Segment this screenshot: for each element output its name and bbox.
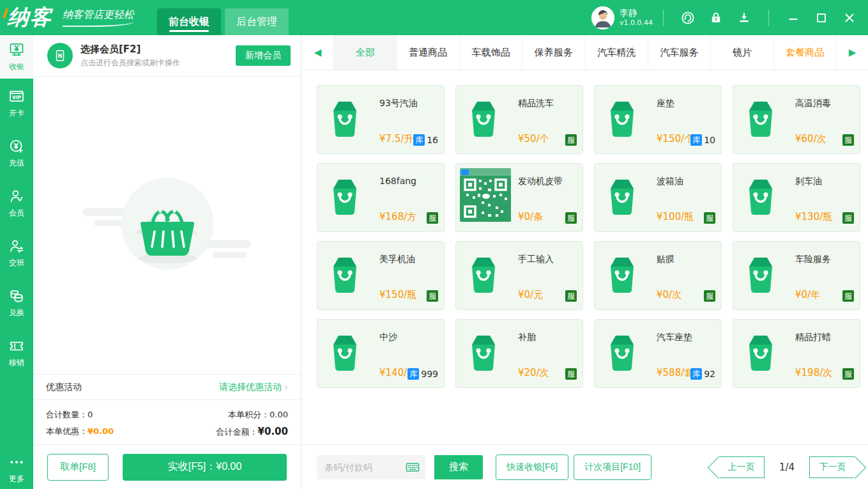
product-price: ¥0/年 <box>795 289 820 301</box>
order-totals: 合计数量：0 本单积分：0.00 本单优惠：¥0.00 合计金额：¥0.00 <box>33 400 301 444</box>
category-tab-2[interactable]: 车载饰品 <box>460 35 522 70</box>
service-badge: 服 <box>704 212 715 224</box>
product-card[interactable]: 座垫 ¥150/个 库 10 <box>594 85 722 154</box>
shopping-bag-icon <box>744 178 777 216</box>
select-member-subtitle: 点击进行会员搜索或刷卡操作 <box>80 58 180 68</box>
sidebar-item-more[interactable]: 更多 <box>0 449 33 489</box>
tab-front-cashier[interactable]: 前台收银 <box>157 8 221 35</box>
quick-cashier-button[interactable]: 快速收银[F6] <box>496 454 568 480</box>
sidebar-item-open-card[interactable]: VIP 开卡 <box>0 79 33 128</box>
product-card[interactable]: 车险服务 ¥0/年 服 <box>733 241 860 310</box>
maximize-button[interactable] <box>812 8 831 27</box>
product-name: 波箱油 <box>657 176 683 187</box>
shopping-bag-icon <box>744 100 777 138</box>
app-version: v1.0.0.44 <box>620 19 653 27</box>
barcode-input[interactable] <box>324 462 405 472</box>
service-badge: 服 <box>427 290 438 302</box>
service-badge: 服 <box>842 134 854 146</box>
sidebar-item-shift[interactable]: 交班 <box>0 228 33 278</box>
product-card[interactable]: 精品洗车 ¥50/个 服 <box>455 85 583 154</box>
category-tab-4[interactable]: 汽车精洗 <box>586 35 648 70</box>
promo-select-link[interactable]: 请选择优惠活动 <box>219 382 282 393</box>
product-card[interactable]: 补胎 ¥20/次 服 <box>455 319 583 388</box>
product-price: ¥20/次 <box>518 367 549 379</box>
count-item-button[interactable]: 计次项目[F10] <box>574 454 651 480</box>
product-grid: 93号汽油 ¥7.5/升 库 16 <box>302 70 868 444</box>
keyboard-icon[interactable] <box>405 460 420 475</box>
service-badge: 服 <box>704 290 715 302</box>
order-points: 本单积分：0.00 <box>228 407 288 423</box>
sidebar-item-member[interactable]: 会员 <box>0 178 33 228</box>
product-name: 高温消毒 <box>795 98 831 109</box>
product-stock-count: 10 <box>704 135 715 145</box>
product-card[interactable]: 精品打蜡 ¥198/次 服 <box>733 319 860 388</box>
close-button[interactable] <box>840 8 859 27</box>
recharge-icon <box>8 138 25 155</box>
service-badge: 服 <box>842 212 854 224</box>
add-member-button[interactable]: 新增会员 <box>236 45 291 66</box>
product-name: 中沙 <box>379 332 397 343</box>
hold-order-button[interactable]: 取单[F8] <box>47 454 109 481</box>
category-tab-7[interactable]: 套餐商品 <box>774 35 836 70</box>
product-card[interactable]: 中沙 ¥140/立 库 999 <box>317 319 445 388</box>
product-card[interactable]: 波箱油 ¥100/瓶 服 <box>594 163 722 232</box>
category-tab-5[interactable]: 汽车服务 <box>648 35 711 70</box>
category-prev-arrow[interactable]: ◀ <box>302 35 334 70</box>
divider <box>663 10 664 26</box>
page-indicator: 1/4 <box>765 462 809 473</box>
minimize-button[interactable] <box>784 8 803 27</box>
select-member-bar[interactable]: 选择会员[F2] 点击进行会员搜索或刷卡操作 新增会员 <box>33 35 301 77</box>
shopping-bag-icon <box>467 100 500 138</box>
svg-text:VIP: VIP <box>12 95 22 100</box>
product-card[interactable]: 93号汽油 ¥7.5/升 库 16 <box>317 85 445 154</box>
service-badge: 服 <box>565 368 577 380</box>
product-card[interactable]: 发动机皮带 ¥0/条 服 <box>455 163 583 232</box>
service-badge: 服 <box>842 290 854 302</box>
shopping-bag-icon <box>744 256 777 294</box>
download-icon[interactable] <box>736 10 752 26</box>
shopping-bag-icon <box>605 100 639 138</box>
search-bar: 搜索 快速收银[F6] 计次项目[F10] 上一页 1/4 下一页 <box>302 444 868 489</box>
product-card[interactable]: 手工输入 ¥0/元 服 <box>455 241 583 310</box>
product-name: 168fang <box>379 176 416 186</box>
category-bar: ◀ 全部普通商品车载饰品保养服务汽车精洗汽车服务镜片套餐商品 ▶ <box>302 35 868 70</box>
shopping-bag-icon <box>605 178 639 216</box>
category-tab-0[interactable]: 全部 <box>334 35 397 70</box>
pay-button[interactable]: 实收[F5]：¥0.00 <box>123 454 287 481</box>
sidebar-item-cashier[interactable]: 收银 <box>0 35 33 79</box>
more-icon <box>8 454 25 470</box>
category-tab-3[interactable]: 保养服务 <box>522 35 585 70</box>
category-next-arrow[interactable]: ▶ <box>836 35 868 70</box>
shift-icon <box>8 238 25 254</box>
promo-label: 优惠活动 <box>46 382 82 393</box>
shopping-bag-icon <box>328 334 362 372</box>
product-card[interactable]: 168fang ¥168/方 服 <box>317 163 445 232</box>
product-card[interactable]: 贴膜 ¥0/次 服 <box>594 241 722 310</box>
pagination: 上一页 1/4 下一页 <box>719 456 855 478</box>
product-card[interactable]: 汽车座垫 ¥588/套 库 92 <box>594 319 722 388</box>
tab-backend-manage[interactable]: 后台管理 <box>225 8 289 35</box>
prev-page-button[interactable]: 上一页 <box>719 456 765 478</box>
category-tab-1[interactable]: 普通商品 <box>397 35 459 70</box>
avatar[interactable] <box>591 6 614 29</box>
top-right-cluster: 李静 v1.0.0.44 <box>591 0 868 35</box>
support-headset-icon[interactable] <box>680 10 696 26</box>
category-tab-6[interactable]: 镜片 <box>711 35 773 70</box>
lock-icon[interactable] <box>708 10 724 26</box>
sidebar-item-recharge[interactable]: 充值 <box>0 128 33 178</box>
product-card[interactable]: 高温消毒 ¥60/次 服 <box>733 85 860 154</box>
product-name: 座垫 <box>657 98 674 109</box>
product-stock-count: 16 <box>427 135 438 145</box>
select-member-title: 选择会员[F2] <box>80 43 180 56</box>
category-tabs: 全部普通商品车载饰品保养服务汽车精洗汽车服务镜片套餐商品 <box>334 35 836 70</box>
sidebar-item-exchange[interactable]: 兑换 <box>0 278 33 328</box>
divider <box>768 10 769 26</box>
user-meta: 李静 v1.0.0.44 <box>620 8 653 27</box>
next-page-button[interactable]: 下一页 <box>809 456 855 478</box>
service-badge: 服 <box>565 290 577 302</box>
checkout-buttons: 取单[F8] 实收[F5]：¥0.00 <box>33 444 301 489</box>
product-card[interactable]: 美孚机油 ¥150/瓶 服 <box>317 241 445 310</box>
search-button[interactable]: 搜索 <box>434 455 483 479</box>
product-card[interactable]: 刹车油 ¥130/瓶 服 <box>733 163 860 232</box>
sidebar-item-verify[interactable]: 核销 <box>0 328 33 378</box>
